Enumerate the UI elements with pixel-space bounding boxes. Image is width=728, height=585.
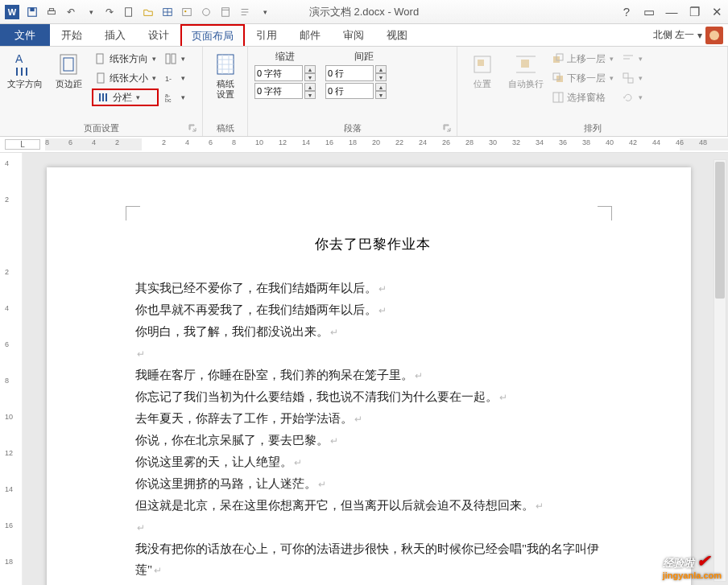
save-icon[interactable] xyxy=(23,3,41,21)
svg-rect-24 xyxy=(97,73,104,83)
indent-right-field[interactable]: ▲▼ xyxy=(253,83,316,99)
tab-insert[interactable]: 插入 xyxy=(93,24,137,46)
header-footer-icon[interactable] xyxy=(217,3,234,21)
spacing-after-field[interactable]: ▲▼ xyxy=(324,83,387,99)
paragraph[interactable]: 你忘记了我们当初为什么要结婚，我也说不清我们为什么要在一起。↵ xyxy=(135,386,610,408)
hyphenation-icon: a-bc xyxy=(164,91,177,104)
spinner-down[interactable]: ▼ xyxy=(304,73,316,81)
paragraph[interactable]: 我们在国贸那家 KTV 里唱歌，那时候中国好声音正在铺天盖地，有个叫华少的主持人… xyxy=(135,581,610,585)
paragraph[interactable]: 我睡在客厅，你睡在卧室，我们养的狗呆在笼子里。↵ xyxy=(135,365,610,386)
table-icon[interactable] xyxy=(159,3,176,21)
spinner-up[interactable]: ▲ xyxy=(375,83,387,91)
selection-pane-icon xyxy=(552,91,565,104)
help-button[interactable]: ? xyxy=(615,2,638,22)
spinner-down[interactable]: ▼ xyxy=(375,73,387,81)
shape-icon[interactable] xyxy=(197,3,215,21)
tab-home[interactable]: 开始 xyxy=(50,24,93,46)
avatar[interactable] xyxy=(705,27,723,44)
ruler-tick: 46 xyxy=(676,138,684,146)
qat-more-icon[interactable] xyxy=(255,3,273,21)
minimize-button[interactable]: — xyxy=(660,2,683,22)
ruler-tick: 2 xyxy=(162,138,166,146)
tab-references[interactable]: 引用 xyxy=(245,24,288,46)
tab-file[interactable]: 文件 xyxy=(0,24,50,46)
indent-label: 缩进 xyxy=(275,50,295,64)
margins-button[interactable]: 页边距 xyxy=(48,50,89,121)
spinner-down[interactable]: ▼ xyxy=(304,91,316,99)
vruler-tick: 6 xyxy=(5,340,9,348)
spacing-after-input[interactable] xyxy=(325,83,374,99)
tab-page-layout[interactable]: 页面布局 xyxy=(180,24,245,46)
selection-pane-button[interactable]: 选择窗格 xyxy=(549,89,616,106)
send-backward-icon xyxy=(552,72,565,84)
svg-rect-11 xyxy=(222,7,230,16)
document-area: 4224681012141618 你去了巴黎作业本 其实我已经不爱你了，在我们结… xyxy=(0,153,728,585)
paragraph[interactable]: 你明白，我了解，我们都没说出来。↵ xyxy=(135,321,610,343)
paragraph[interactable]: 你说这里拥挤的马路，让人迷茫。↵ xyxy=(135,473,610,495)
paragraph[interactable]: 你也早就不再爱我了，在我们结婚两年以后。↵ xyxy=(135,299,610,321)
vruler-tick: 8 xyxy=(5,377,9,385)
dialog-launcher-icon[interactable] xyxy=(442,123,452,133)
svg-rect-51 xyxy=(521,60,529,68)
tab-review[interactable]: 审阅 xyxy=(332,24,375,46)
hyphenation-button[interactable]: a-bc xyxy=(162,89,188,106)
scroll-thumb[interactable] xyxy=(715,162,725,299)
tab-mailings[interactable]: 邮件 xyxy=(288,24,332,46)
svg-rect-23 xyxy=(97,54,103,64)
new-doc-icon[interactable] xyxy=(120,3,138,21)
spacing-before-input[interactable] xyxy=(325,65,374,81)
paragraph[interactable]: 你说，你在北京呆腻了，要去巴黎。↵ xyxy=(135,430,610,451)
breaks-icon xyxy=(164,52,177,65)
tab-design[interactable]: 设计 xyxy=(137,24,180,46)
spinner-up[interactable]: ▲ xyxy=(304,83,316,91)
print-icon[interactable] xyxy=(43,3,60,21)
paragraph[interactable]: ↵ xyxy=(135,517,610,538)
user-area[interactable]: 北侧 左一▾ xyxy=(653,24,728,46)
spacing-before-field[interactable]: ▲▼ xyxy=(324,65,387,81)
group-paragraph-label: 段落 xyxy=(344,121,362,134)
close-button[interactable]: ✕ xyxy=(705,2,728,22)
indent-right-input[interactable] xyxy=(254,83,303,99)
paragraph[interactable]: 我没有把你的话放在心上，可你的法语进步很快，秋天的时候你已经会唱"我的名字叫伊莲… xyxy=(135,538,610,581)
group-paragraph: 缩进 间距 ▲▼ ▲▼ xyxy=(248,47,457,136)
open-icon[interactable] xyxy=(139,3,157,21)
spinner-up[interactable]: ▲ xyxy=(375,65,387,73)
title-bar: W ↶ ↷ 演示文档 2.docx - Word ? ▭ — ❐ ✕ xyxy=(0,0,728,24)
document-title: 你去了巴黎作业本 xyxy=(135,235,610,253)
columns-button[interactable]: 分栏 xyxy=(92,89,159,106)
paragraph[interactable]: 但这就是北京，呆在这里你想离开它，但当离开以后就会迫不及待想回来。↵ xyxy=(135,495,610,517)
paragraph-icon[interactable] xyxy=(236,3,254,21)
ribbon-toggle-button[interactable]: ▭ xyxy=(638,2,660,22)
dialog-launcher-icon[interactable] xyxy=(188,123,197,133)
paragraph[interactable]: 去年夏天，你辞去了工作，开始学法语。↵ xyxy=(135,408,610,430)
breaks-button[interactable] xyxy=(162,50,188,68)
maximize-button[interactable]: ❐ xyxy=(683,2,705,22)
watermark: 经验啦 ✔ jingyanla.com xyxy=(663,551,722,580)
draft-paper-button[interactable]: 稿纸 设置 xyxy=(208,50,242,121)
tab-view[interactable]: 视图 xyxy=(375,24,419,46)
redo-icon[interactable]: ↷ xyxy=(101,3,118,21)
columns-icon xyxy=(97,91,110,104)
paragraph[interactable]: 其实我已经不爱你了，在我们结婚两年以后。↵ xyxy=(135,278,610,299)
vertical-scrollbar[interactable] xyxy=(714,159,726,582)
picture-icon[interactable] xyxy=(178,3,196,21)
orientation-button[interactable]: 纸张方向 xyxy=(92,50,159,68)
send-backward-button: 下移一层 xyxy=(549,69,616,87)
spinner-down[interactable]: ▼ xyxy=(375,91,387,99)
indent-left-field[interactable]: ▲▼ xyxy=(253,65,316,81)
paragraph[interactable]: ↵ xyxy=(135,343,610,365)
text-direction-button[interactable]: A 文字方向 xyxy=(5,50,45,121)
line-numbers-button[interactable]: 1- xyxy=(162,69,188,87)
vertical-ruler[interactable]: 4224681012141618 xyxy=(0,153,23,585)
ruler-corner[interactable]: L xyxy=(5,139,40,150)
indent-left-input[interactable] xyxy=(254,65,303,81)
ruler-tick: 22 xyxy=(395,138,403,146)
spinner-up[interactable]: ▲ xyxy=(304,65,316,73)
page-viewport[interactable]: 你去了巴黎作业本 其实我已经不爱你了，在我们结婚两年以后。↵你也早就不再爱我了，… xyxy=(23,153,728,585)
horizontal-ruler[interactable]: 8642246810121416182022242628303234363840… xyxy=(45,137,728,152)
vruler-tick: 16 xyxy=(5,521,13,529)
undo-dropdown-icon[interactable] xyxy=(81,3,99,21)
paragraph[interactable]: 你说这里雾的天，让人绝望。↵ xyxy=(135,451,610,473)
undo-icon[interactable]: ↶ xyxy=(62,3,80,21)
size-button[interactable]: 纸张大小 xyxy=(92,69,159,87)
